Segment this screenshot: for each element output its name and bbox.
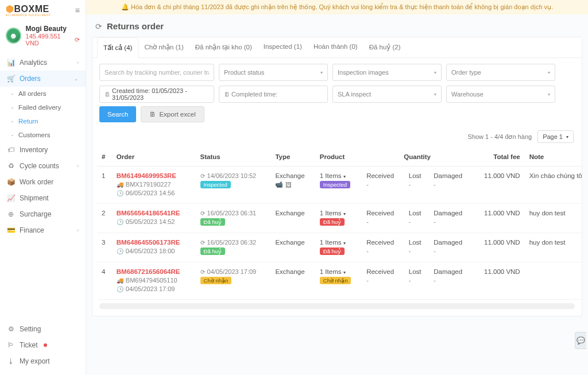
export-excel-button[interactable]: 🗎Export excel — [141, 106, 204, 122]
page-selector[interactable]: Page 1▾ — [537, 130, 574, 143]
cell-note: huy don test — [525, 204, 582, 233]
sidebar-item-surcharge[interactable]: ⊕Surcharge — [0, 206, 86, 222]
caret-icon: ▾ — [343, 211, 346, 217]
table-row[interactable]: 4BM686721656064RE🚚BM694794505110🕒04/05/2… — [97, 262, 582, 300]
cell-product[interactable]: 1 Items ▾Inspected — [315, 167, 362, 204]
nav-label: All orders — [18, 90, 47, 97]
cell-product[interactable]: 1 Items ▾Đã huỷ — [315, 204, 362, 233]
status-badge: Chờ nhận — [200, 277, 232, 284]
trend-icon: 📈 — [7, 194, 15, 202]
order-code[interactable]: BM648645506173RE — [117, 239, 191, 246]
pager-summary: Show 1 - 4/4 đơn hàng — [468, 133, 532, 141]
refresh-balance-icon[interactable]: ⟳ — [75, 36, 80, 44]
gear-icon: ⚙ — [7, 325, 15, 333]
filter-order-type[interactable]: Order type▾ — [446, 64, 555, 81]
sidebar-item-customers[interactable]: Customers — [10, 128, 86, 142]
caret-icon: ▾ — [548, 70, 550, 75]
filter-sla-inspect[interactable]: SLA inspect▾ — [332, 86, 442, 103]
filter-label: Warehouse — [451, 91, 483, 98]
refresh-icon[interactable]: ⟳ — [95, 22, 102, 31]
cell-type: Exchange — [270, 233, 315, 262]
table-row[interactable]: 3BM648645506173RE🕒04/05/2023 18:00⟳16/05… — [97, 233, 582, 262]
sidebar-item-analytics[interactable]: 📊Analytics› — [0, 55, 86, 71]
sidebar-item-finance[interactable]: 💳Finance› — [0, 222, 86, 238]
filter-label: Order type — [451, 69, 481, 76]
status-badge: Đã huỷ — [200, 248, 225, 255]
search-button[interactable]: Search — [99, 106, 136, 122]
search-input-wrap[interactable] — [99, 64, 214, 81]
cell-fee: 11.000 VND — [473, 204, 525, 233]
sidebar-item-export[interactable]: ⭳My export — [0, 353, 86, 369]
brand-name: BOXME — [14, 4, 49, 14]
table-row[interactable]: 2BM656564186541RE🕒05/05/2023 14:52⟳16/05… — [97, 204, 582, 233]
tab-cancelled[interactable]: Đã huỷ (2) — [363, 37, 407, 57]
product-badge: Đã huỷ — [320, 218, 345, 226]
sidebar-item-cycle-counts[interactable]: ♻Cycle counts› — [0, 158, 86, 174]
cell-product[interactable]: 1 Items ▾Đã huỷ — [315, 233, 362, 262]
cell-note — [525, 262, 582, 300]
search-input[interactable] — [105, 69, 209, 76]
sidebar-item-ticket[interactable]: 🏳Ticket — [0, 337, 86, 353]
nav-label: Analytics — [20, 59, 47, 67]
nav-label: Return — [18, 118, 38, 125]
cell-damaged: Damaged- — [429, 233, 473, 262]
cell-index: 2 — [97, 204, 112, 233]
horizontal-scrollbar[interactable] — [99, 303, 575, 309]
table-wrap[interactable]: # Order Status Type Product Quantity Tot… — [92, 148, 582, 316]
order-code[interactable]: BM61494699953RE — [117, 172, 191, 179]
status-time: ⟳16/05/2023 06:32 — [200, 239, 266, 246]
chevron-right-icon: › — [77, 163, 79, 169]
cart-icon: 🛒 — [7, 75, 15, 83]
created-time: 🕒05/05/2023 14:52 — [117, 218, 191, 225]
order-code[interactable]: BM656564186541RE — [117, 210, 191, 217]
col-product: Product — [315, 148, 362, 167]
tab-waiting[interactable]: Chờ nhận (1) — [138, 37, 189, 57]
avatar[interactable]: ☻ — [6, 28, 21, 44]
clock-icon: 🕒 — [117, 219, 123, 225]
filter-inspection-images[interactable]: Inspection images▾ — [332, 64, 442, 81]
sidebar-item-failed-delivery[interactable]: Failed delivery — [10, 100, 86, 114]
sidebar-item-all-orders[interactable]: All orders — [10, 87, 86, 100]
col-status: Status — [196, 148, 271, 167]
tracking-code: 🚚BMX179190227 — [117, 181, 191, 188]
sidebar-item-setting[interactable]: ⚙Setting — [0, 321, 86, 337]
table-row[interactable]: 1BM61494699953RE🚚BMX179190227🕒06/05/2023… — [97, 167, 582, 204]
nav-label: Surcharge — [20, 210, 51, 218]
filter-completed-time[interactable]: 🗓 Completed time: — [219, 86, 328, 103]
chat-widget[interactable]: 💬 — [575, 332, 586, 349]
col-fee: Total fee — [473, 148, 525, 167]
truck-icon: 🚚 — [117, 181, 123, 188]
video-icon[interactable]: 📹 — [275, 181, 283, 188]
filter-product-status[interactable]: Product status▾ — [219, 64, 328, 81]
sidebar-item-shipment[interactable]: 📈Shipment — [0, 190, 86, 206]
cell-status: ⟳04/05/2023 17:09Chờ nhận — [196, 262, 271, 300]
cell-status: ⟳16/05/2023 06:32Đã huỷ — [196, 233, 271, 262]
menu-toggle-icon[interactable]: ≡ — [75, 6, 80, 15]
image-icon[interactable]: 🖼 — [285, 181, 292, 188]
user-name: Mogi Beauty — [26, 25, 80, 33]
order-code[interactable]: BM686721656064RE — [117, 268, 191, 275]
sync-icon: ⟳ — [200, 210, 205, 217]
filter-label: Product status — [224, 69, 264, 76]
status-time: ⟳16/05/2023 06:31 — [200, 210, 266, 217]
sidebar-item-orders[interactable]: 🛒Orders⌄ — [0, 71, 86, 87]
cell-type: Exchange — [270, 262, 315, 300]
sidebar-item-inventory[interactable]: 🏷Inventory — [0, 142, 86, 158]
tab-inspected[interactable]: Inspected (1) — [258, 37, 308, 57]
caret-icon: ▾ — [434, 70, 436, 75]
nav-label: Cycle counts — [20, 162, 59, 170]
tab-received[interactable]: Đã nhận tại kho (0) — [189, 37, 258, 57]
sidebar-item-work-order[interactable]: 📦Work order — [0, 174, 86, 190]
col-quantity: Quantity — [362, 148, 473, 167]
tab-done[interactable]: Hoàn thành (0) — [308, 37, 363, 57]
created-time: 🕒04/05/2023 18:00 — [117, 248, 191, 254]
product-badge: Chờ nhận — [320, 277, 351, 284]
filter-warehouse[interactable]: Warehouse▾ — [446, 86, 555, 103]
cell-note: huy don test — [525, 233, 582, 262]
user-balance[interactable]: 145.499.551 VND ⟳ — [26, 33, 80, 47]
tab-all[interactable]: Tất cả (4) — [97, 37, 138, 58]
chart-icon: 📊 — [7, 59, 15, 67]
cell-product[interactable]: 1 Items ▾Chờ nhận — [315, 262, 362, 300]
filter-created-time[interactable]: 🗓 Created time: 01/05/2023 - 31/05/2023 — [99, 86, 214, 103]
sidebar-item-return[interactable]: Return — [10, 114, 86, 128]
